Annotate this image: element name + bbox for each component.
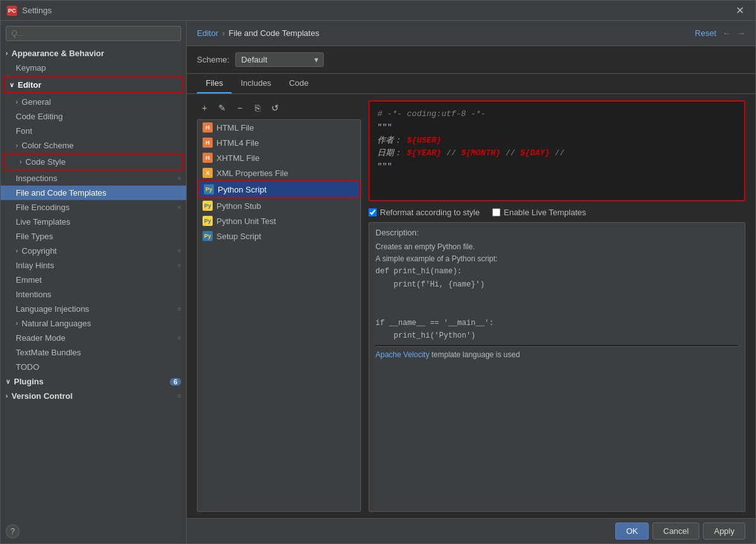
reset-template-button[interactable]: ↺ (268, 100, 283, 115)
sidebar-item-natural-languages[interactable]: › Natural Languages (1, 316, 186, 331)
file-item-label: HTML File (216, 123, 254, 133)
footer-bar: OK Cancel Apply (187, 518, 755, 543)
add-template-button[interactable]: + (197, 100, 212, 115)
breadcrumb: Editor › File and Code Templates Reset ←… (187, 21, 755, 46)
right-panel: Editor › File and Code Templates Reset ←… (187, 21, 755, 543)
sidebar-item-reader-mode[interactable]: Reader Mode ≡ (1, 331, 186, 345)
reset-button[interactable]: Reset (695, 28, 716, 38)
sidebar-item-editor[interactable]: ∨ Editor (3, 76, 184, 93)
apply-button[interactable]: Apply (703, 523, 745, 540)
sidebar-item-color-scheme[interactable]: › Color Scheme (1, 138, 186, 153)
sidebar-item-file-types[interactable]: File Types (1, 229, 186, 244)
file-item-xml-properties[interactable]: X XML Properties File (198, 165, 360, 180)
toolbar-row: + ✎ − ⎘ ↺ (197, 100, 361, 115)
file-item-label: Python Unit Test (216, 216, 276, 226)
tabs-bar: Files Includes Code (187, 74, 755, 94)
chevron-down-icon: ∨ (9, 81, 14, 88)
reformat-checkbox[interactable] (369, 208, 377, 216)
chevron-right-icon: › (20, 158, 21, 165)
html4-icon: H (203, 138, 213, 148)
panel-body: + ✎ − ⎘ ↺ H HTML File H HTML4 File (187, 94, 755, 518)
sidebar-item-file-encodings[interactable]: File Encodings ≡ (1, 200, 186, 215)
file-item-label: Python Stub (216, 201, 261, 211)
file-item-label: Setup Script (216, 232, 261, 241)
scheme-select[interactable]: Default Custom (235, 52, 324, 67)
sidebar-item-inlay-hints[interactable]: Inlay Hints ≡ (1, 258, 186, 273)
apache-velocity-link[interactable]: Apache Velocity (375, 350, 429, 359)
code-editor[interactable]: # -*- coding:utf-8 -*- """ 作者： ${USER} 日… (369, 100, 745, 201)
inlay-hints-badge: ≡ (177, 262, 181, 269)
copy-template-button[interactable]: ⎘ (250, 100, 265, 115)
chevron-right-icon: › (6, 50, 8, 57)
user-var: ${USER} (407, 136, 442, 145)
sidebar-item-keymap[interactable]: Keymap (1, 61, 186, 75)
sidebar-item-textmate-bundles[interactable]: TextMate Bundles (1, 345, 186, 360)
chevron-right-icon: › (6, 393, 8, 399)
sidebar-item-appearance[interactable]: › Appearance & Behavior (1, 46, 186, 61)
sidebar-item-font[interactable]: Font (1, 124, 186, 138)
cancel-button[interactable]: Cancel (653, 523, 699, 540)
sidebar-item-intentions[interactable]: Intentions (1, 287, 186, 302)
file-item-html4[interactable]: H HTML4 File (198, 135, 360, 150)
sidebar-item-general[interactable]: › General (1, 95, 186, 109)
code-line-5: """ (377, 160, 736, 174)
file-item-python-script[interactable]: Py Python Script (198, 180, 360, 198)
sidebar-item-todo[interactable]: TODO (1, 360, 186, 374)
file-item-python-unit-test[interactable]: Py Python Unit Test (198, 213, 360, 228)
sidebar-item-copyright[interactable]: › Copyright ≡ (1, 244, 186, 258)
app-icon: PC (7, 6, 17, 16)
sidebar-item-plugins[interactable]: ∨ Plugins 6 (1, 374, 186, 389)
copyright-badge: ≡ (177, 247, 181, 254)
sidebar-item-version-control[interactable]: › Version Control ≡ (1, 389, 186, 403)
breadcrumb-editor-link[interactable]: Editor (197, 28, 218, 38)
file-item-xhtml[interactable]: H XHTML File (198, 150, 360, 165)
description-pane: Description: Creates an empty Python fil… (369, 222, 745, 512)
file-encodings-badge: ≡ (177, 204, 181, 211)
live-templates-checkbox[interactable] (492, 208, 500, 216)
close-button[interactable]: ✕ (731, 2, 749, 19)
sidebar-item-live-templates[interactable]: Live Templates (1, 215, 186, 229)
reformat-checkbox-label[interactable]: Reformat according to style (369, 208, 480, 217)
description-code: def print_hi(name): print(f'Hi, {name}')… (375, 265, 738, 342)
scheme-label: Scheme: (197, 55, 229, 64)
tab-code[interactable]: Code (280, 74, 317, 93)
file-item-python-stub[interactable]: Py Python Stub (198, 198, 360, 213)
chevron-right-icon: › (16, 247, 18, 254)
remove-template-button[interactable]: − (232, 100, 247, 115)
window-title: Settings (22, 6, 731, 15)
python-icon: Py (204, 184, 214, 194)
description-label: Description: (375, 228, 738, 237)
inspections-badge: ≡ (177, 175, 181, 182)
tab-files[interactable]: Files (197, 74, 232, 93)
back-button[interactable]: ← (723, 28, 731, 38)
chevron-right-icon: › (16, 98, 18, 105)
edit-template-button[interactable]: ✎ (215, 100, 230, 115)
file-item-setup-script[interactable]: Py Setup Script (198, 228, 360, 244)
sidebar-item-emmet[interactable]: Emmet (1, 273, 186, 287)
sidebar-item-code-editing[interactable]: Code Editing (1, 109, 186, 124)
settings-window: PC Settings ✕ › Appearance & Behavior Ke… (0, 0, 756, 544)
setup-icon: Py (203, 231, 213, 241)
sidebar-item-file-and-code-templates[interactable]: File and Code Templates (1, 186, 186, 200)
sidebar-item-code-style[interactable]: › Code Style (3, 153, 184, 170)
help-button[interactable]: ? (6, 524, 20, 538)
python-stub-icon: Py (203, 201, 213, 211)
forward-button[interactable]: → (737, 28, 745, 38)
live-templates-checkbox-label[interactable]: Enable Live Templates (492, 208, 586, 217)
file-list-pane: + ✎ − ⎘ ↺ H HTML File H HTML4 File (197, 100, 361, 512)
file-item-label: XHTML File (216, 153, 259, 163)
title-bar: PC Settings ✕ (1, 1, 755, 21)
plugins-badge: 6 (170, 378, 181, 386)
html-icon: H (203, 122, 213, 133)
sidebar-item-inspections[interactable]: Inspections ≡ (1, 171, 186, 186)
ok-button[interactable]: OK (615, 523, 649, 540)
search-box[interactable] (6, 26, 181, 41)
tab-includes[interactable]: Includes (232, 74, 280, 93)
month-var: ${MONTH} (461, 148, 500, 158)
day-var: ${DAY} (520, 148, 550, 158)
sidebar-item-language-injections[interactable]: Language Injections ≡ (1, 302, 186, 316)
file-item-html[interactable]: H HTML File (198, 120, 360, 135)
checkboxes-row: Reformat according to style Enable Live … (369, 208, 745, 217)
search-input[interactable] (11, 29, 175, 38)
editor-pane: # -*- coding:utf-8 -*- """ 作者： ${USER} 日… (369, 100, 745, 512)
